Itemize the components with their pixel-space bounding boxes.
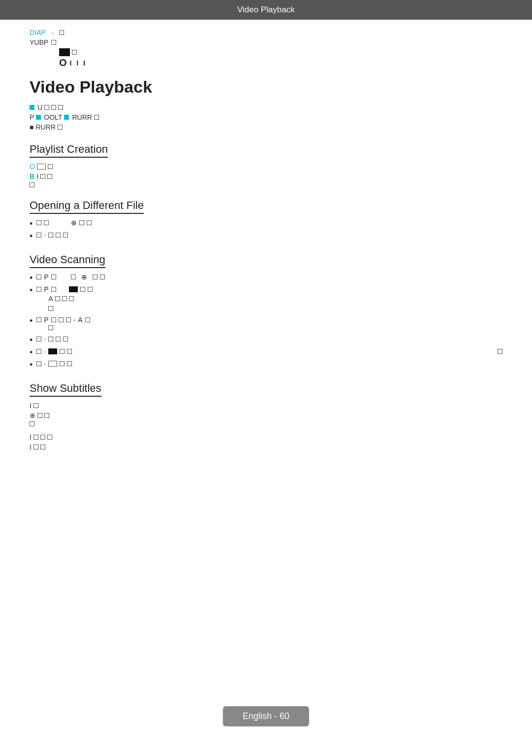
vs-bullet-4: • ·	[30, 335, 502, 344]
page-title: Video Playback	[30, 77, 502, 97]
show-subtitles-title: Show Subtitles	[30, 382, 101, 397]
vs-bullet-1: • P ⊕	[30, 273, 502, 282]
nav-link-2[interactable]: YUBP	[30, 38, 48, 46]
pc-line-2: BI	[30, 172, 502, 180]
playlist-creation-title: Playlist Creation	[30, 143, 108, 158]
breadcrumb: DIAP →	[30, 29, 502, 36]
playlist-creation-content: O BI	[30, 163, 502, 187]
vp-line-1: U	[30, 103, 502, 111]
odf-bullet-2: • ·	[30, 231, 502, 241]
ss-line-1: I	[30, 402, 502, 410]
vs-b3-sub1	[48, 325, 90, 330]
opening-different-file-title: Opening a Different File	[30, 199, 144, 214]
nav-square-1	[59, 30, 64, 35]
ss-line-5: I	[30, 443, 502, 451]
vs-bullet-6: • ·	[30, 360, 502, 369]
header-title: Video Playback	[237, 5, 295, 14]
ss-line-2: ⊕	[30, 412, 502, 419]
video-scanning-title: Video Scanning	[30, 253, 105, 268]
video-scanning-content: • P ⊕ • P A	[30, 273, 502, 369]
vs-b2-sub2	[48, 306, 92, 311]
black-rect-icon	[59, 48, 70, 56]
nav-square-2	[51, 40, 56, 45]
header-bar: Video Playback	[0, 0, 532, 20]
nav-link-1[interactable]: DIAP	[30, 29, 46, 36]
vs-bullet-5: • ·	[30, 347, 502, 357]
nav-arrow: →	[49, 29, 55, 36]
vs-bullet-3: • P -A	[30, 316, 502, 332]
video-playback-lines: U POOLTRURR ■RURR	[30, 103, 502, 131]
pc-line-3	[30, 182, 502, 187]
sub-nav: YUBP	[30, 38, 502, 46]
page-number: English - 60	[223, 706, 309, 726]
show-subtitles-content: I ⊕ I I	[30, 402, 502, 451]
ss-line-3	[30, 421, 502, 426]
odf-bullet-1: • ⊕	[30, 219, 502, 228]
pc-line-1: O	[30, 163, 502, 171]
small-square-icon	[72, 50, 77, 55]
opening-different-file-content: • ⊕ • ·	[30, 219, 502, 241]
vs-bullet-2: • P A	[30, 285, 502, 313]
icon-row	[59, 48, 502, 56]
vp-line-2: POOLTRURR	[30, 113, 502, 121]
vp-line-3: ■RURR	[30, 123, 502, 131]
bold-icon-text: O I I I	[59, 57, 502, 69]
ss-line-4: I	[30, 433, 502, 441]
vs-b2-sub1: A	[48, 295, 92, 303]
